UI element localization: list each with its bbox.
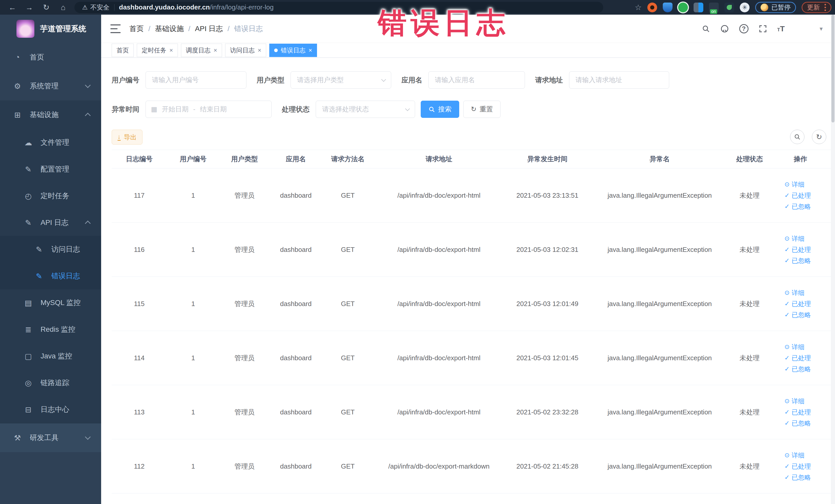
detail-link[interactable]: ⊙详细 bbox=[785, 288, 805, 297]
close-icon[interactable]: × bbox=[169, 47, 173, 54]
app-name-input[interactable] bbox=[428, 72, 525, 88]
sidebar-item-access-log[interactable]: ✎ 访问日志 bbox=[0, 236, 101, 263]
sidebar-item-file-management[interactable]: ☁ 文件管理 bbox=[0, 129, 101, 156]
font-size-icon[interactable]: TT bbox=[777, 24, 785, 33]
mark-processed-link[interactable]: ✓已处理 bbox=[785, 354, 811, 362]
tab-scheduled-tasks[interactable]: 定时任务 × bbox=[137, 44, 178, 57]
sidebar-item-trace[interactable]: ◎ 链路追踪 bbox=[0, 369, 101, 396]
sidebar-item-system-management[interactable]: ⚙ 系统管理 bbox=[0, 72, 101, 100]
address-bar[interactable]: ⚠ 不安全 dashboard.yudao.iocoder.cn /infra/… bbox=[75, 2, 603, 13]
insecure-label[interactable]: 不安全 bbox=[90, 3, 109, 12]
mark-ignored-link[interactable]: ✓已忽略 bbox=[785, 365, 811, 373]
sidebar-item-redis-monitor[interactable]: ≣ Redis 监控 bbox=[0, 316, 101, 343]
breadcrumb-home[interactable]: 首页 bbox=[129, 24, 144, 34]
export-button[interactable]: ↓ 导出 bbox=[111, 130, 142, 144]
forward-icon[interactable]: → bbox=[24, 3, 35, 12]
sidebar-item-java-monitor[interactable]: ▢ Java 监控 bbox=[0, 343, 101, 369]
avatar[interactable] bbox=[795, 18, 809, 40]
detail-link[interactable]: ⊙详细 bbox=[785, 397, 805, 405]
mark-processed-link[interactable]: ✓已处理 bbox=[785, 245, 811, 254]
request-url-input[interactable] bbox=[569, 72, 669, 88]
extension-orange-icon[interactable] bbox=[647, 3, 657, 12]
cell-method: GET bbox=[322, 331, 373, 385]
sidebar-item-scheduled-tasks[interactable]: ◴ 定时任务 bbox=[0, 183, 101, 209]
tab-error-log[interactable]: 错误日志 × bbox=[269, 44, 317, 57]
extension-switch-on-icon[interactable] bbox=[709, 3, 719, 12]
url-path[interactable]: /infra/log/api-error-log bbox=[210, 3, 273, 11]
close-icon[interactable]: × bbox=[308, 47, 312, 54]
collapse-sidebar-icon[interactable] bbox=[110, 24, 121, 33]
sidebar-item-label: 错误日志 bbox=[51, 271, 80, 281]
request-url-label: 请求地址 bbox=[535, 76, 563, 85]
refresh-table-button[interactable]: ↻ bbox=[812, 130, 826, 144]
scrollbar[interactable] bbox=[831, 15, 835, 504]
close-icon[interactable]: × bbox=[213, 47, 217, 54]
mark-ignored-link[interactable]: ✓已忽略 bbox=[785, 311, 811, 319]
scrollbar-thumb[interactable] bbox=[831, 15, 834, 122]
gear-icon: ⚙ bbox=[12, 82, 23, 90]
extension-green-icon[interactable] bbox=[678, 3, 688, 12]
detail-link[interactable]: ⊙详细 bbox=[785, 180, 805, 189]
mark-ignored-link[interactable]: ✓已忽略 bbox=[785, 202, 811, 211]
tab-label: 错误日志 bbox=[281, 46, 305, 55]
process-status-select[interactable]: 请选择处理状态 bbox=[316, 101, 415, 118]
home-icon[interactable]: ⌂ bbox=[58, 3, 69, 12]
col-actions: 操作 bbox=[770, 150, 831, 168]
table-row: 117 1 管理员 dashboard GET /api/infra/db-do… bbox=[111, 168, 831, 223]
kebab-menu-icon[interactable] bbox=[824, 4, 826, 11]
cell-user-type: 管理员 bbox=[220, 331, 269, 385]
user-type-select[interactable]: 请选择用户类型 bbox=[290, 72, 391, 88]
sidebar-item-home[interactable]: ◔ 首页 bbox=[0, 43, 101, 72]
close-icon[interactable]: × bbox=[258, 47, 261, 54]
tab-access-log[interactable]: 访问日志 × bbox=[225, 44, 266, 57]
reload-icon[interactable]: ↻ bbox=[41, 3, 52, 12]
github-icon[interactable] bbox=[720, 24, 729, 33]
sidebar-item-infrastructure[interactable]: ⊞ 基础设施 bbox=[0, 100, 101, 129]
user-id-input[interactable] bbox=[145, 72, 246, 88]
mark-processed-link[interactable]: ✓已处理 bbox=[785, 191, 811, 200]
chevron-up-icon bbox=[85, 113, 91, 119]
breadcrumb-api-log[interactable]: API 日志 bbox=[195, 24, 223, 34]
caret-down-icon[interactable]: ▾ bbox=[820, 25, 823, 32]
sidebar-item-api-log[interactable]: ✎ API 日志 bbox=[0, 209, 101, 236]
url-domain[interactable]: dashboard.yudao.iocoder.cn bbox=[119, 3, 210, 11]
sidebar-item-label: 配置管理 bbox=[41, 164, 69, 174]
detail-link[interactable]: ⊙详细 bbox=[785, 451, 805, 460]
breadcrumb-infrastructure[interactable]: 基础设施 bbox=[155, 24, 184, 34]
search-icon[interactable] bbox=[702, 25, 710, 33]
help-icon[interactable]: ? bbox=[739, 24, 749, 33]
sidebar-item-log-center[interactable]: ⊟ 日志中心 bbox=[0, 396, 101, 423]
detail-link[interactable]: ⊙详细 bbox=[785, 235, 805, 243]
fullscreen-icon[interactable] bbox=[759, 25, 767, 33]
reset-button[interactable]: ↻ 重置 bbox=[463, 101, 501, 118]
extension-paw-icon[interactable] bbox=[740, 3, 750, 12]
update-button[interactable]: 更新 bbox=[802, 2, 831, 13]
extension-grid-icon[interactable] bbox=[694, 3, 703, 12]
mark-processed-link[interactable]: ✓已处理 bbox=[785, 462, 811, 471]
bookmark-star-icon[interactable]: ☆ bbox=[635, 3, 642, 12]
mark-ignored-link[interactable]: ✓已忽略 bbox=[785, 419, 811, 427]
tab-schedule-log[interactable]: 调度日志 × bbox=[181, 44, 222, 57]
sidebar-item-error-log[interactable]: ✎ 错误日志 bbox=[0, 263, 101, 289]
back-icon[interactable]: ← bbox=[7, 3, 18, 12]
extension-leaf-icon[interactable] bbox=[725, 3, 734, 12]
sidebar-item-dev-tools[interactable]: ⚒ 研发工具 bbox=[0, 423, 101, 452]
app-name-label: 应用名 bbox=[402, 76, 422, 85]
tab-home[interactable]: 首页 bbox=[111, 44, 134, 57]
sidebar-item-config-management[interactable]: ✎ 配置管理 bbox=[0, 156, 101, 183]
detail-link[interactable]: ⊙详细 bbox=[785, 343, 805, 351]
mark-ignored-link[interactable]: ✓已忽略 bbox=[785, 257, 811, 265]
tab-label: 定时任务 bbox=[142, 46, 166, 55]
toggle-search-button[interactable] bbox=[790, 130, 805, 144]
mark-processed-link[interactable]: ✓已处理 bbox=[785, 300, 811, 308]
cell-user-id: 1 bbox=[167, 331, 220, 385]
app-logo[interactable]: 芋道管理系统 bbox=[0, 15, 101, 43]
mark-processed-link[interactable]: ✓已处理 bbox=[785, 408, 811, 417]
exception-time-range-picker[interactable]: ▦ 开始日期 - 结束日期 bbox=[145, 101, 271, 118]
breadcrumb-separator: / bbox=[148, 25, 150, 33]
mark-ignored-link[interactable]: ✓已忽略 bbox=[785, 473, 811, 482]
sidebar-item-mysql-monitor[interactable]: ▤ MySQL 监控 bbox=[0, 289, 101, 316]
paused-extension-pill[interactable]: 已暂停 bbox=[755, 2, 796, 13]
search-button[interactable]: 搜索 bbox=[421, 101, 459, 118]
extension-shield-icon[interactable] bbox=[663, 3, 673, 12]
